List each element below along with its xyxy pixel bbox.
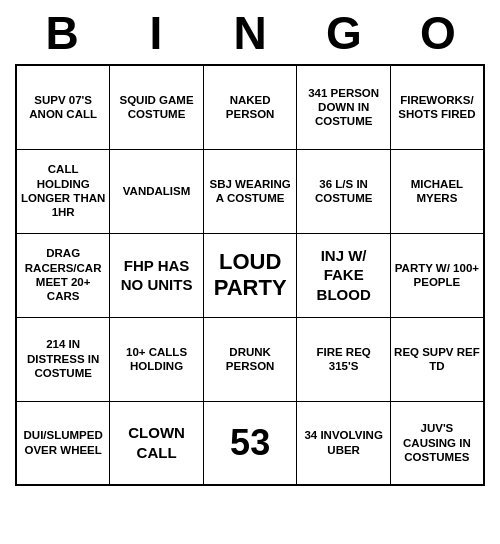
bingo-cell-r4c3: 34 INVOLVING UBER bbox=[297, 401, 390, 485]
bingo-cell-r3c2: DRUNK PERSON bbox=[203, 317, 297, 401]
bingo-cell-r4c4: JUV'S CAUSING IN COSTUMES bbox=[390, 401, 484, 485]
bingo-cell-r1c3: 36 L/S IN COSTUME bbox=[297, 149, 390, 233]
bingo-cell-r1c4: MICHAEL MYERS bbox=[390, 149, 484, 233]
bingo-cell-r0c3: 341 PERSON DOWN IN COSTUME bbox=[297, 65, 390, 149]
bingo-cell-r4c1: CLOWN CALL bbox=[110, 401, 204, 485]
bingo-cell-r2c0: DRAG RACERS/CAR MEET 20+ CARS bbox=[16, 233, 110, 317]
bingo-cell-r2c2: LOUD PARTY bbox=[203, 233, 297, 317]
bingo-cell-r3c0: 214 IN DISTRESS IN COSTUME bbox=[16, 317, 110, 401]
bingo-cell-r4c0: DUI/SLUMPED OVER WHEEL bbox=[16, 401, 110, 485]
bingo-cell-r1c2: SBJ WEARING A COSTUME bbox=[203, 149, 297, 233]
bingo-cell-r1c1: VANDALISM bbox=[110, 149, 204, 233]
bingo-letter-i: I bbox=[116, 6, 196, 60]
bingo-cell-r2c1: FHP HAS NO UNITS bbox=[110, 233, 204, 317]
bingo-letter-n: N bbox=[210, 6, 290, 60]
bingo-cell-r0c0: SUPV 07'S ANON CALL bbox=[16, 65, 110, 149]
bingo-cell-r3c3: FIRE REQ 315'S bbox=[297, 317, 390, 401]
bingo-letter-b: B bbox=[22, 6, 102, 60]
bingo-cell-r3c1: 10+ CALLS HOLDING bbox=[110, 317, 204, 401]
bingo-cell-r0c2: NAKED PERSON bbox=[203, 65, 297, 149]
bingo-header: BINGO bbox=[15, 0, 485, 64]
bingo-cell-r0c1: SQUID GAME COSTUME bbox=[110, 65, 204, 149]
bingo-letter-o: O bbox=[398, 6, 478, 60]
bingo-grid: SUPV 07'S ANON CALLSQUID GAME COSTUMENAK… bbox=[15, 64, 485, 486]
bingo-cell-r2c3: INJ W/ FAKE BLOOD bbox=[297, 233, 390, 317]
bingo-letter-g: G bbox=[304, 6, 384, 60]
bingo-cell-r4c2: 53 bbox=[203, 401, 297, 485]
bingo-cell-r0c4: FIREWORKS/ SHOTS FIRED bbox=[390, 65, 484, 149]
bingo-cell-r3c4: REQ SUPV REF TD bbox=[390, 317, 484, 401]
bingo-cell-r1c0: CALL HOLDING LONGER THAN 1HR bbox=[16, 149, 110, 233]
bingo-cell-r2c4: PARTY W/ 100+ PEOPLE bbox=[390, 233, 484, 317]
